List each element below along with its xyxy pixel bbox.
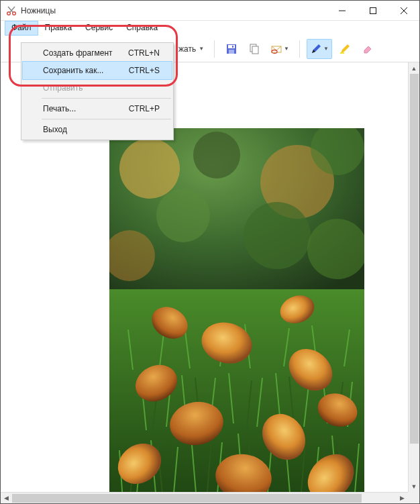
eraser-icon bbox=[362, 43, 374, 55]
horizontal-scrollbar[interactable]: ◀ ▶ bbox=[1, 492, 408, 503]
menu-item-send: Отправить bbox=[23, 79, 172, 97]
menu-file[interactable]: Файл bbox=[5, 21, 38, 36]
scrollbar-thumb[interactable] bbox=[410, 74, 419, 444]
chevron-down-icon: ▼ bbox=[323, 46, 329, 52]
menu-item-print[interactable]: Печать... CTRL+P bbox=[23, 100, 172, 117]
scroll-down-icon[interactable]: ▼ bbox=[409, 481, 420, 492]
menubar: Файл Правка Сервис Справка bbox=[1, 21, 419, 36]
copy-button[interactable] bbox=[244, 39, 264, 59]
titlebar: Ножницы bbox=[1, 1, 419, 21]
highlighter-tool-button[interactable] bbox=[335, 39, 355, 59]
svg-rect-9 bbox=[228, 45, 235, 48]
svg-rect-5 bbox=[370, 7, 376, 13]
vertical-scrollbar[interactable]: ▲ ▼ bbox=[408, 62, 419, 492]
scroll-left-icon[interactable]: ◀ bbox=[1, 493, 12, 504]
highlighter-icon bbox=[339, 43, 351, 55]
chevron-down-icon: ▼ bbox=[199, 46, 204, 52]
window-title: Ножницы bbox=[21, 6, 56, 15]
svg-point-23 bbox=[244, 202, 311, 269]
minimize-button[interactable] bbox=[327, 1, 358, 21]
pen-icon bbox=[310, 43, 322, 55]
menu-separator bbox=[42, 119, 171, 119]
svg-rect-13 bbox=[252, 46, 258, 54]
menu-help[interactable]: Справка bbox=[119, 21, 164, 36]
delay-button[interactable]: жать ▼ bbox=[175, 39, 207, 59]
svg-rect-10 bbox=[229, 50, 234, 54]
scrollbar-thumb[interactable] bbox=[12, 494, 362, 503]
svg-rect-16 bbox=[340, 52, 344, 54]
toolbar-divider bbox=[299, 40, 300, 58]
menu-item-save-as[interactable]: Сохранить как... CTRL+S bbox=[23, 62, 172, 79]
maximize-button[interactable] bbox=[358, 1, 388, 21]
scissors-app-icon bbox=[6, 5, 17, 16]
menu-item-exit[interactable]: Выход bbox=[23, 121, 172, 138]
chevron-down-icon: ▼ bbox=[284, 46, 289, 52]
scrollbar-track[interactable] bbox=[12, 493, 397, 503]
menu-edit[interactable]: Правка bbox=[38, 21, 79, 36]
envelope-icon bbox=[270, 43, 282, 55]
save-icon bbox=[225, 43, 238, 55]
svg-point-19 bbox=[193, 132, 240, 179]
file-menu-dropdown: Создать фрагмент CTRL+N Сохранить как...… bbox=[21, 42, 174, 140]
save-button[interactable] bbox=[221, 39, 242, 59]
svg-point-22 bbox=[156, 189, 210, 242]
svg-point-18 bbox=[119, 138, 180, 199]
scrollbar-corner bbox=[408, 492, 419, 503]
menu-item-new-snip[interactable]: Создать фрагмент CTRL+N bbox=[23, 44, 172, 62]
pen-tool-button[interactable]: ▼ bbox=[307, 39, 332, 59]
send-button[interactable]: ▼ bbox=[267, 39, 293, 59]
captured-image[interactable] bbox=[109, 128, 364, 492]
scroll-right-icon[interactable]: ▶ bbox=[397, 493, 408, 504]
scroll-up-icon[interactable]: ▲ bbox=[409, 62, 420, 74]
svg-rect-11 bbox=[232, 46, 233, 48]
copy-icon bbox=[248, 43, 260, 55]
scrollbar-track[interactable] bbox=[409, 74, 419, 481]
window-controls bbox=[327, 1, 419, 21]
toolbar-divider bbox=[214, 40, 215, 58]
close-button[interactable] bbox=[388, 1, 419, 21]
menu-tools[interactable]: Сервис bbox=[78, 21, 119, 36]
snip-photo bbox=[109, 128, 364, 492]
svg-point-15 bbox=[272, 50, 277, 53]
eraser-tool-button[interactable] bbox=[358, 39, 378, 59]
menu-separator bbox=[42, 98, 171, 99]
delay-label: жать bbox=[178, 44, 196, 54]
